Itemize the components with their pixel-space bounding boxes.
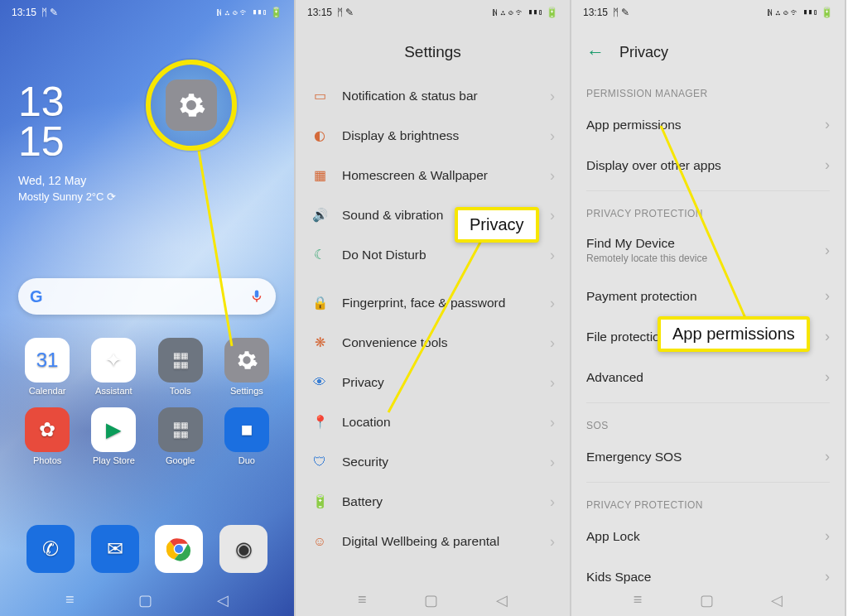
back-arrow-icon[interactable]: ← <box>586 41 605 63</box>
nav-bar: ≡ ▢ ◁ <box>571 591 845 609</box>
chevron-right-icon: › <box>825 527 830 545</box>
dock-phone[interactable]: ✆ <box>18 525 83 576</box>
row-security[interactable]: 🛡Security› <box>296 442 570 482</box>
chevron-right-icon: › <box>550 334 555 352</box>
chevron-right-icon: › <box>550 454 555 471</box>
dock-chrome[interactable] <box>147 525 212 576</box>
callout-app-permissions: App permissions <box>658 316 810 352</box>
wellbeing-icon: ☺ <box>311 532 329 551</box>
homescreen-weather: Mostly Sunny 2°C⟳ <box>18 190 116 203</box>
nav-recent-icon[interactable]: ≡ <box>358 591 367 609</box>
nav-recent-icon[interactable]: ≡ <box>634 591 643 609</box>
app-google-folder[interactable]: ▦▦▦▦Google <box>152 407 210 465</box>
chevron-right-icon: › <box>550 247 555 264</box>
chevron-right-icon: › <box>825 368 830 386</box>
homescreen-date: Wed, 12 May <box>18 174 86 187</box>
privacy-title: Privacy <box>619 44 668 61</box>
row-display-brightness[interactable]: ◐Display & brightness› <box>296 116 570 156</box>
callout-privacy: Privacy <box>455 207 539 243</box>
app-assistant[interactable]: ✦Assistant <box>84 338 142 396</box>
chevron-right-icon: › <box>825 156 830 174</box>
chevron-right-icon: › <box>550 414 555 431</box>
chevron-right-icon: › <box>550 207 555 224</box>
chevron-right-icon: › <box>825 287 830 305</box>
chevron-right-icon: › <box>825 242 830 259</box>
section-privacy-protection: PRIVACY PROTECTION <box>571 196 845 224</box>
notification-icon: ▭ <box>311 87 329 105</box>
nav-home-icon[interactable]: ▢ <box>138 591 152 609</box>
battery-icon: 🔋 <box>311 493 329 511</box>
row-convenience-tools[interactable]: ❋Convenience tools› <box>296 323 570 363</box>
nav-home-icon[interactable]: ▢ <box>700 591 714 609</box>
status-bar: 13:15 ᛗ ✎ ℕ ⁂ ⊘ ᯤ ▮▮▯ 🔋 <box>0 0 294 25</box>
row-battery[interactable]: 🔋Battery› <box>296 482 570 522</box>
svg-line-2 <box>199 151 232 346</box>
status-time: 13:15 <box>583 7 608 18</box>
chevron-right-icon: › <box>825 448 830 465</box>
row-advanced[interactable]: Advanced› <box>571 357 845 397</box>
nav-home-icon[interactable]: ▢ <box>424 591 438 609</box>
mic-icon[interactable] <box>249 289 264 304</box>
row-digital-wellbeing[interactable]: ☺Digital Wellbeing & parental› <box>296 522 570 561</box>
app-calendar[interactable]: 31Calendar <box>18 338 76 396</box>
app-photos[interactable]: ✿Photos <box>18 407 76 465</box>
row-find-my-device[interactable]: Find My DeviceRemotely locate this devic… <box>571 224 845 276</box>
settings-icon-large <box>166 79 217 131</box>
nav-back-icon[interactable]: ◁ <box>496 591 508 609</box>
chevron-right-icon: › <box>550 128 555 145</box>
row-payment-protection[interactable]: Payment protection› <box>571 276 845 316</box>
chevron-right-icon: › <box>825 568 830 585</box>
dock: ✆ ✉ ◉ <box>18 525 276 576</box>
section-sos: SOS <box>571 408 845 436</box>
homescreen-clock: 13 15 <box>18 83 65 161</box>
dock-messages[interactable]: ✉ <box>83 525 147 576</box>
app-play-store[interactable]: ▶Play Store <box>84 407 142 465</box>
nav-bar: ≡ ▢ ◁ <box>296 591 570 609</box>
status-left-icons: ᛗ ✎ <box>613 7 629 18</box>
row-app-lock[interactable]: App Lock› <box>571 516 845 556</box>
app-duo[interactable]: ■Duo <box>218 407 276 465</box>
row-fingerprint-face-password[interactable]: 🔒Fingerprint, face & password› <box>296 283 570 323</box>
chevron-right-icon: › <box>550 374 555 392</box>
settings-panel: 13:15 ᛗ ✎ ℕ ⁂ ⊘ ᯤ ▮▮▯ 🔋 Settings ▭Notifi… <box>296 0 571 616</box>
status-right-icons: ℕ ⁂ ⊘ ᯤ ▮▮▯ 🔋 <box>767 7 833 18</box>
moon-icon: ☾ <box>311 246 329 264</box>
lock-icon: 🔒 <box>311 294 329 312</box>
wallpaper-icon: ▦ <box>311 166 329 185</box>
brightness-icon: ◐ <box>311 127 329 145</box>
app-tools-folder[interactable]: ▦▦▦▦Tools <box>152 338 210 396</box>
nav-bar: ≡ ▢ ◁ <box>0 591 294 609</box>
svg-point-1 <box>175 545 183 553</box>
sound-icon: 🔊 <box>311 206 329 224</box>
status-bar: 13:15 ᛗ ✎ ℕ ⁂ ⊘ ᯤ ▮▮▯ 🔋 <box>296 0 570 25</box>
highlight-ring-settings <box>146 60 237 151</box>
nav-recent-icon[interactable]: ≡ <box>65 591 75 609</box>
dock-camera[interactable]: ◉ <box>211 525 276 576</box>
nav-back-icon[interactable]: ◁ <box>771 591 783 609</box>
settings-list: ▭Notification & status bar› ◐Display & b… <box>296 76 570 561</box>
chevron-right-icon: › <box>550 167 555 185</box>
row-display-over-apps[interactable]: Display over other apps› <box>571 145 845 185</box>
google-logo-icon: G <box>30 287 43 306</box>
nav-back-icon[interactable]: ◁ <box>217 591 229 609</box>
privacy-panel: 13:15 ᛗ ✎ ℕ ⁂ ⊘ ᯤ ▮▮▯ 🔋 ← Privacy PERMIS… <box>571 0 846 616</box>
app-settings[interactable]: Settings <box>218 338 276 396</box>
chevron-right-icon: › <box>550 295 555 312</box>
section-privacy-protection-2: PRIVACY PROTECTION <box>571 488 845 516</box>
row-emergency-sos[interactable]: Emergency SOS› <box>571 436 845 477</box>
row-homescreen-wallpaper[interactable]: ▦Homescreen & Wallpaper› <box>296 156 570 195</box>
status-time: 13:15 <box>12 7 36 18</box>
status-left-icons: ᛗ ✎ <box>337 7 354 18</box>
row-privacy[interactable]: 👁Privacy› <box>296 363 570 402</box>
row-location[interactable]: 📍Location› <box>296 402 570 442</box>
chevron-right-icon: › <box>825 116 830 133</box>
google-search-bar[interactable]: G <box>18 278 276 315</box>
row-notification-status-bar[interactable]: ▭Notification & status bar› <box>296 76 570 116</box>
row-app-permissions[interactable]: App permissions› <box>571 104 845 145</box>
status-right-icons: ℕ ⁂ ⊘ ᯤ ▮▮▯ 🔋 <box>492 7 558 18</box>
chevron-right-icon: › <box>550 533 555 551</box>
shield-icon: 🛡 <box>311 453 329 471</box>
privacy-icon: 👁 <box>311 373 329 392</box>
chevron-right-icon: › <box>550 88 555 105</box>
status-bar: 13:15 ᛗ ✎ ℕ ⁂ ⊘ ᯤ ▮▮▯ 🔋 <box>571 0 845 25</box>
